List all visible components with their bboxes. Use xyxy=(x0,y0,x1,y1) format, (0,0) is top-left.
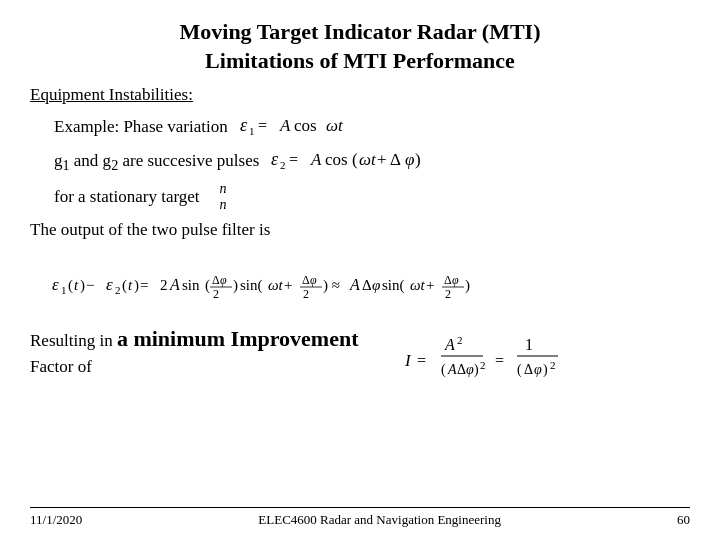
svg-text:(: ( xyxy=(68,277,73,294)
svg-text:+: + xyxy=(284,277,292,293)
svg-text:+ Δ: + Δ xyxy=(377,150,401,169)
pulse-text: g1 and g2 are succesive pulses xyxy=(54,149,259,176)
stationary-row: for a stationary target n n xyxy=(54,181,690,212)
g1-formula: ε 1 = A cos ωt xyxy=(238,111,408,143)
svg-text:Δ: Δ xyxy=(444,273,452,287)
svg-text:=: = xyxy=(258,117,267,134)
title-block: Moving Target Indicator Radar (MTI) Limi… xyxy=(30,18,690,75)
svg-text:(: ( xyxy=(441,362,446,378)
n-labels: n n xyxy=(220,181,227,212)
svg-text:=: = xyxy=(417,352,426,369)
svg-text:ωt: ωt xyxy=(326,116,344,135)
svg-text:φ: φ xyxy=(452,273,459,287)
svg-text:A: A xyxy=(444,336,455,353)
svg-text:cos: cos xyxy=(294,116,317,135)
pulse-row: g1 and g2 are succesive pulses ε 2 = A c… xyxy=(54,145,690,179)
svg-text:(: ( xyxy=(517,362,522,378)
svg-text:): ) xyxy=(80,277,85,294)
svg-text:=: = xyxy=(495,352,504,369)
svg-text:φ: φ xyxy=(372,277,380,293)
svg-text:sin(: sin( xyxy=(240,277,263,294)
footer-page: 60 xyxy=(677,512,690,528)
svg-text:2: 2 xyxy=(445,287,451,301)
svg-text:ε: ε xyxy=(52,275,59,294)
svg-text:(: ( xyxy=(122,277,127,294)
resulting-text-line1: Resulting in a minimum Improvement xyxy=(30,324,359,355)
svg-text:A: A xyxy=(447,362,457,377)
filter-formula: ε 1 ( t ) − ε 2 ( t ) = 2 A sin ( Δ φ xyxy=(30,258,690,308)
svg-text:φ: φ xyxy=(220,273,227,287)
example-row: Example: Phase variation ε 1 = A cos ωt xyxy=(54,111,690,143)
improvement-formula: I = A 2 ( A Δ φ ) 2 = xyxy=(403,324,643,398)
slide-page: Moving Target Indicator Radar (MTI) Limi… xyxy=(0,0,720,540)
svg-text:): ) xyxy=(134,277,139,294)
svg-text:=: = xyxy=(140,277,148,293)
svg-text:−: − xyxy=(86,277,94,293)
stationary-text: for a stationary target xyxy=(54,185,200,209)
svg-text:φ: φ xyxy=(405,150,414,169)
footer-date: 11/1/2020 xyxy=(30,512,82,528)
svg-text:2: 2 xyxy=(160,277,168,293)
g2-formula: ε 2 = A cos ( ωt + Δ φ ) xyxy=(269,145,464,179)
svg-text:2: 2 xyxy=(213,287,219,301)
svg-text:1: 1 xyxy=(249,125,255,137)
svg-text:2: 2 xyxy=(457,334,463,346)
svg-text:ε: ε xyxy=(106,275,113,294)
svg-text:t: t xyxy=(74,277,79,293)
svg-text:A: A xyxy=(349,276,360,293)
svg-text:1: 1 xyxy=(525,336,533,353)
svg-text:ωt: ωt xyxy=(268,277,284,293)
svg-text:): ) xyxy=(233,277,238,294)
content-block: Equipment Instabilities: Example: Phase … xyxy=(30,85,690,507)
footer-course: ELEC4600 Radar and Navigation Engineerin… xyxy=(258,512,501,528)
svg-text:ε: ε xyxy=(271,149,279,169)
equipment-heading: Equipment Instabilities: xyxy=(30,85,690,105)
svg-text:ωt: ωt xyxy=(410,277,426,293)
svg-text:Δ: Δ xyxy=(524,362,533,377)
svg-text:Δ: Δ xyxy=(362,277,372,293)
svg-text:A: A xyxy=(169,276,180,293)
svg-text:A: A xyxy=(279,116,291,135)
output-line: The output of the two pulse filter is xyxy=(30,218,690,242)
svg-text:ωt: ωt xyxy=(359,150,377,169)
svg-text:sin: sin xyxy=(182,277,200,293)
svg-text:ε: ε xyxy=(240,115,248,135)
svg-text:): ) xyxy=(543,362,548,378)
title-line2: Limitations of MTI Performance xyxy=(30,47,690,76)
svg-text:(: ( xyxy=(205,277,210,294)
svg-text:2: 2 xyxy=(115,284,121,296)
svg-text:) ≈: ) ≈ xyxy=(323,277,340,294)
svg-text:): ) xyxy=(465,277,470,294)
svg-text:φ: φ xyxy=(466,362,474,377)
svg-text:=: = xyxy=(289,151,298,168)
svg-text:φ: φ xyxy=(310,273,317,287)
svg-text:φ: φ xyxy=(534,362,542,377)
title-line1: Moving Target Indicator Radar (MTI) xyxy=(30,18,690,47)
resulting-block: Resulting in a minimum Improvement Facto… xyxy=(30,324,690,398)
svg-text:t: t xyxy=(128,277,133,293)
example-text: Example: Phase variation xyxy=(54,115,228,139)
svg-text:2: 2 xyxy=(550,359,556,371)
svg-text:A: A xyxy=(310,150,322,169)
footer: 11/1/2020 ELEC4600 Radar and Navigation … xyxy=(30,507,690,528)
example-block: Example: Phase variation ε 1 = A cos ωt … xyxy=(54,111,690,214)
svg-text:Δ: Δ xyxy=(457,362,466,377)
svg-text:sin(: sin( xyxy=(382,277,405,294)
svg-text:Δ: Δ xyxy=(302,273,310,287)
svg-text:I: I xyxy=(404,351,412,370)
svg-text:Δ: Δ xyxy=(212,273,220,287)
svg-text:1: 1 xyxy=(61,284,67,296)
svg-text:2: 2 xyxy=(280,159,286,171)
svg-text:+: + xyxy=(426,277,434,293)
resulting-text-line2: Factor of xyxy=(30,355,359,379)
svg-text:): ) xyxy=(415,150,421,169)
svg-text:): ) xyxy=(474,362,479,378)
svg-text:2: 2 xyxy=(480,359,486,371)
svg-text:2: 2 xyxy=(303,287,309,301)
svg-text:cos (: cos ( xyxy=(325,150,358,169)
